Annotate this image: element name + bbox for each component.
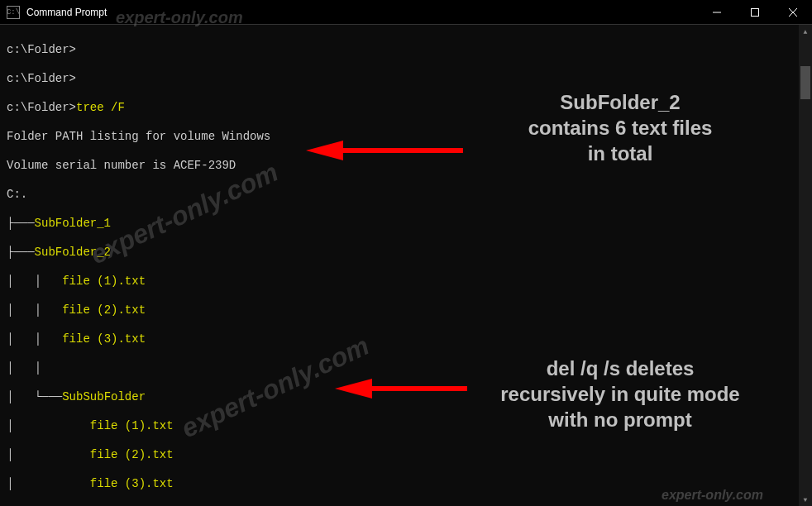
close-button[interactable] (774, 0, 812, 24)
output-line: Volume serial number is ACEF-239D (7, 159, 805, 174)
tree-line: ├───SubFolder_2 (7, 246, 805, 260)
tree-line: │ └───SubSubFolder (7, 390, 805, 405)
titlebar: C:\ Command Prompt (0, 0, 812, 25)
output-line: C:. (7, 188, 805, 203)
prompt-line: c:\Folder> (7, 72, 805, 87)
tree-line: │ file (3).txt (7, 477, 805, 492)
output-line: Folder PATH listing for volume Windows (7, 130, 805, 145)
tree-line: ├───SubFolder_1 (7, 217, 805, 232)
prompt-line: c:\Folder> (7, 43, 805, 58)
maximize-button[interactable] (736, 0, 774, 24)
cmd-line: c:\Folder>tree /F (7, 101, 805, 116)
tree-line: │ file (2).txt (7, 448, 805, 463)
tree-line: │ │ file (1).txt (7, 274, 805, 289)
tree-line: │ │ file (3).txt (7, 332, 805, 347)
scroll-down-icon[interactable]: ▼ (799, 493, 812, 506)
tree-line: │ file (1).txt (7, 419, 805, 434)
window-title: Command Prompt (26, 7, 698, 18)
window-controls (698, 0, 812, 24)
scroll-up-icon[interactable]: ▲ (799, 25, 812, 38)
tree-line: │ │ file (2).txt (7, 303, 805, 318)
terminal-output[interactable]: c:\Folder> c:\Folder> c:\Folder>tree /F … (0, 25, 812, 506)
minimize-button[interactable] (698, 0, 736, 24)
scrollbar[interactable]: ▲ ▼ (799, 25, 812, 506)
tree-line: │ │ (7, 361, 805, 376)
svg-rect-1 (752, 8, 759, 16)
cmd-icon: C:\ (7, 6, 20, 19)
scrollbar-thumb[interactable] (800, 66, 810, 99)
